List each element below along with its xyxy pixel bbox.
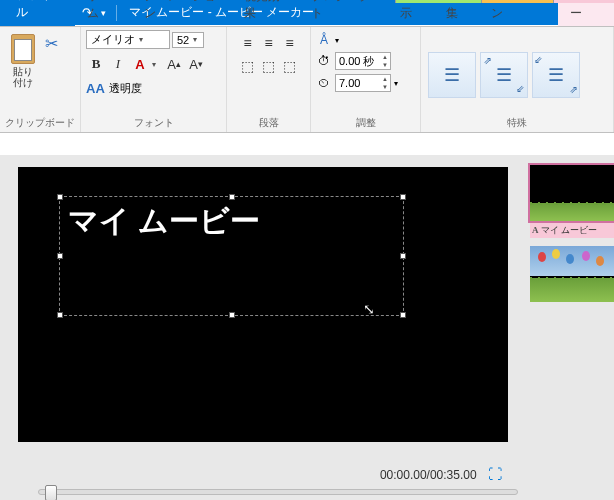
tab-file[interactable]: ファイル bbox=[0, 0, 75, 26]
start-time-icon: ⏱ bbox=[316, 53, 332, 69]
transparency-label: 透明度 bbox=[109, 81, 142, 96]
fullscreen-icon[interactable]: ⛶ bbox=[488, 466, 502, 482]
tab-view[interactable]: 表示 bbox=[388, 0, 434, 26]
group-paragraph: ≡ ≡ ≡ ⬚ ⬚ ⬚ 段落 bbox=[227, 27, 311, 132]
resize-handle[interactable] bbox=[57, 312, 63, 318]
tab-animation[interactable]: アニメーション bbox=[132, 0, 232, 26]
duration-dropdown-icon[interactable]: ▾ bbox=[394, 79, 398, 88]
start-time-input[interactable] bbox=[336, 55, 380, 67]
paste-button[interactable]: 貼り 付け bbox=[5, 30, 41, 90]
bold-button[interactable]: B bbox=[86, 54, 106, 74]
effect-lines-button[interactable]: ☰ bbox=[428, 52, 476, 98]
group-effects: ☰ ☰ ☰ 特殊 bbox=[421, 27, 614, 132]
font-color-button[interactable]: A bbox=[130, 54, 150, 74]
tab-project[interactable]: プロジェクト bbox=[299, 0, 388, 26]
effect-shrink-button[interactable]: ☰ bbox=[532, 52, 580, 98]
resize-cursor-icon: ⤡ bbox=[363, 301, 375, 317]
text-track-icon: A bbox=[532, 225, 539, 235]
seek-thumb[interactable] bbox=[45, 485, 57, 500]
grow-font-button[interactable]: A▴ bbox=[164, 54, 184, 74]
italic-button[interactable]: I bbox=[108, 54, 128, 74]
ctx-tab-video[interactable]: ビデオ ツール bbox=[395, 0, 482, 3]
cut-icon[interactable]: ✂ bbox=[45, 34, 58, 53]
shrink-font-button[interactable]: A▾ bbox=[186, 54, 206, 74]
resize-handle[interactable] bbox=[400, 194, 406, 200]
group-label-adjust: 調整 bbox=[316, 115, 415, 132]
seek-slider[interactable] bbox=[38, 489, 518, 495]
start-time-spinner[interactable]: ▲▼ bbox=[335, 52, 391, 70]
timeline-clip[interactable] bbox=[530, 165, 614, 221]
resize-handle[interactable] bbox=[57, 253, 63, 259]
ribbon: 貼り 付け ✂ クリップボード メイリオ 52 B I A ▾ A▴ A▾ bbox=[0, 27, 614, 133]
timeline-panel: Aマイ ムービー bbox=[530, 165, 614, 303]
timecode-row: 00:00.00/00:35.00 ⛶ bbox=[18, 462, 508, 482]
timeline-clip[interactable] bbox=[530, 246, 614, 302]
group-label-font: フォント bbox=[86, 115, 221, 132]
valign-top-button[interactable]: ⬚ bbox=[238, 56, 258, 76]
align-left-button[interactable]: ≡ bbox=[238, 33, 258, 53]
align-center-button[interactable]: ≡ bbox=[259, 33, 279, 53]
effect-expand-button[interactable]: ☰ bbox=[480, 52, 528, 98]
group-font: メイリオ 52 B I A ▾ A▴ A▾ AA 透明度 フォント bbox=[81, 27, 227, 132]
valign-middle-button[interactable]: ⬚ bbox=[259, 56, 279, 76]
group-clipboard: 貼り 付け ✂ クリップボード bbox=[0, 27, 81, 132]
ctx-tab-text[interactable]: テキスト bbox=[553, 0, 614, 3]
tab-format[interactable]: フォー bbox=[558, 0, 615, 26]
title-text[interactable]: マイ ムービー bbox=[60, 197, 403, 246]
font-size-dropdown[interactable]: 52 bbox=[172, 32, 204, 48]
resize-handle[interactable] bbox=[229, 312, 235, 318]
resize-handle[interactable] bbox=[400, 253, 406, 259]
font-family-dropdown[interactable]: メイリオ bbox=[86, 30, 170, 49]
tab-edit[interactable]: 編集 bbox=[434, 0, 480, 26]
resize-handle[interactable] bbox=[229, 194, 235, 200]
align-right-button[interactable]: ≡ bbox=[280, 33, 300, 53]
workspace: マイ ムービー ⤡ 00:00.00/00:35.00 ⛶ Aマイ bbox=[0, 155, 614, 500]
font-color-dropdown-icon[interactable]: ▾ bbox=[152, 60, 156, 69]
edit-text-icon[interactable]: Å bbox=[316, 32, 332, 48]
timeline-title-track[interactable]: Aマイ ムービー bbox=[530, 222, 614, 238]
tab-home[interactable]: ホーム bbox=[75, 0, 132, 26]
tab-option[interactable]: オプション bbox=[479, 0, 557, 26]
group-label-clipboard: クリップボード bbox=[5, 115, 75, 132]
ctx-tab-audio[interactable]: 音楽ツール bbox=[481, 0, 554, 3]
tab-visual-effects[interactable]: 視覚効果 bbox=[232, 0, 299, 26]
duration-icon: ⏲ bbox=[316, 75, 332, 91]
ribbon-tabs: ファイル ホーム アニメーション 視覚効果 プロジェクト 表示 編集 オプション… bbox=[0, 3, 614, 27]
title-textbox[interactable]: マイ ムービー ⤡ bbox=[59, 196, 404, 316]
resize-handle[interactable] bbox=[400, 312, 406, 318]
edit-text-dropdown-icon[interactable]: ▾ bbox=[335, 36, 339, 45]
group-adjust: Å ▾ ⏱ ▲▼ ⏲ ▲▼ ▾ 調整 bbox=[311, 27, 421, 132]
duration-input[interactable] bbox=[336, 77, 380, 89]
preview-pane[interactable]: マイ ムービー ⤡ bbox=[18, 167, 508, 442]
timecode-text: 00:00.00/00:35.00 bbox=[380, 468, 477, 482]
valign-bottom-button[interactable]: ⬚ bbox=[280, 56, 300, 76]
transparency-icon: AA bbox=[86, 81, 105, 96]
group-label-paragraph: 段落 bbox=[232, 115, 305, 132]
resize-handle[interactable] bbox=[57, 194, 63, 200]
group-label-effects: 特殊 bbox=[426, 115, 608, 132]
duration-spinner[interactable]: ▲▼ bbox=[335, 74, 391, 92]
